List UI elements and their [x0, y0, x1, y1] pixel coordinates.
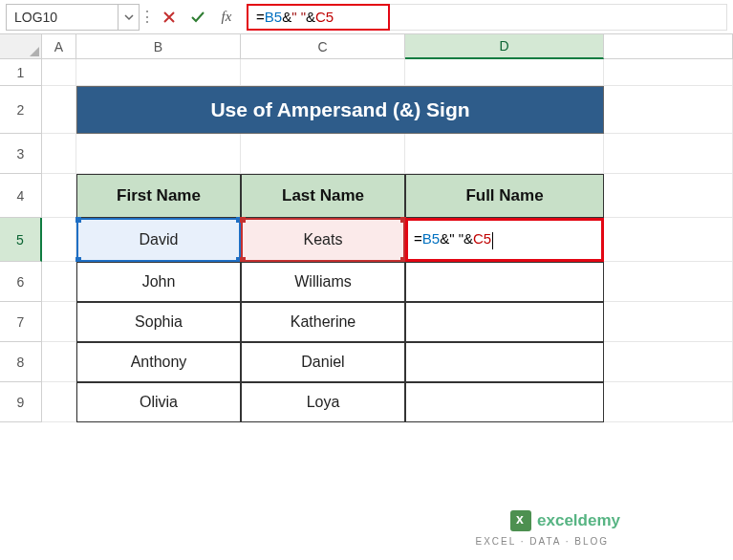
cell-c5-text: Keats: [304, 231, 343, 248]
check-icon: [190, 10, 205, 25]
selection-handle[interactable]: [240, 217, 246, 223]
insert-function-button[interactable]: fx: [212, 4, 241, 31]
cell-c6[interactable]: Williams: [241, 262, 405, 302]
cell-e9[interactable]: [604, 382, 733, 422]
cell-d7[interactable]: [405, 302, 604, 342]
cell-d5-formula: =B5&" "&C5: [414, 230, 493, 248]
cell-e2[interactable]: [604, 86, 733, 134]
header-last-name[interactable]: Last Name: [241, 174, 405, 218]
col-header-b[interactable]: B: [76, 34, 241, 59]
cell-d3[interactable]: [405, 134, 604, 174]
row-header-3[interactable]: 3: [0, 134, 42, 174]
formula-string: " ": [291, 9, 306, 25]
cell-c7[interactable]: Katherine: [241, 302, 405, 342]
cell-e8[interactable]: [604, 342, 733, 382]
chevron-down-icon: [124, 12, 134, 22]
enter-button[interactable]: [183, 4, 212, 31]
row-8: 8 Anthony Daniel: [0, 342, 733, 382]
cell-a1[interactable]: [42, 59, 76, 86]
row-header-4[interactable]: 4: [0, 174, 42, 218]
title-banner[interactable]: Use of Ampersand (&) Sign: [76, 86, 604, 134]
column-headers: A B C D: [0, 34, 733, 59]
cell-b5-text: David: [140, 231, 179, 248]
cell-c1[interactable]: [241, 59, 405, 86]
row-header-8[interactable]: 8: [0, 342, 42, 382]
cell-a2[interactable]: [42, 86, 76, 134]
row-header-1[interactable]: 1: [0, 59, 42, 86]
cell-d9[interactable]: [405, 382, 604, 422]
cell-d8[interactable]: [405, 342, 604, 382]
formula-ref-b5: B5: [265, 9, 282, 25]
header-full-name[interactable]: Full Name: [405, 174, 604, 218]
row-2: 2 Use of Ampersand (&) Sign: [0, 86, 733, 134]
row-header-2[interactable]: 2: [0, 86, 42, 134]
formula-bar-extra: [390, 4, 727, 31]
row-header-9[interactable]: 9: [0, 382, 42, 422]
cell-b9[interactable]: Olivia: [76, 382, 241, 422]
cell-c9[interactable]: Loya: [241, 382, 405, 422]
row-3: 3: [0, 134, 733, 174]
cell-e1[interactable]: [604, 59, 733, 86]
cancel-button[interactable]: [155, 4, 183, 31]
formula-amp: &: [306, 9, 315, 25]
cell-e7[interactable]: [604, 302, 733, 342]
cell-c3[interactable]: [241, 134, 405, 174]
watermark-text: exceldemy: [537, 511, 620, 530]
watermark-tagline: EXCEL · DATA · BLOG: [475, 536, 609, 547]
cell-b3[interactable]: [76, 134, 241, 174]
cell-d6[interactable]: [405, 262, 604, 302]
cell-a8[interactable]: [42, 342, 76, 382]
cell-a3[interactable]: [42, 134, 76, 174]
formula-bar: LOG10 ⋮ fx =B5&" "&C5: [0, 0, 733, 34]
col-header-blank[interactable]: [604, 34, 733, 59]
select-all-corner[interactable]: [0, 34, 42, 59]
row-header-6[interactable]: 6: [0, 262, 42, 302]
cell-a4[interactable]: [42, 174, 76, 218]
cell-b1[interactable]: [76, 59, 241, 86]
name-box-dropdown[interactable]: [119, 4, 140, 31]
formula-eq: =: [256, 9, 265, 25]
cell-d5-editing[interactable]: =B5&" "&C5: [405, 218, 604, 262]
col-header-d[interactable]: D: [405, 34, 604, 59]
fx-icon: fx: [222, 9, 232, 25]
formula-ref-c5: C5: [315, 9, 334, 25]
selection-handle[interactable]: [75, 217, 81, 223]
cell-e3[interactable]: [604, 134, 733, 174]
cell-a9[interactable]: [42, 382, 76, 422]
col-header-a[interactable]: A: [42, 34, 76, 59]
cell-a7[interactable]: [42, 302, 76, 342]
spreadsheet-grid: A B C D 1 2 Use of Ampersand (&) Sign 3: [0, 34, 733, 422]
cell-e4[interactable]: [604, 174, 733, 218]
cell-e6[interactable]: [604, 262, 733, 302]
row-7: 7 Sophia Katherine: [0, 302, 733, 342]
cell-c8[interactable]: Daniel: [241, 342, 405, 382]
divider: ⋮: [141, 6, 153, 29]
cell-e5[interactable]: [604, 218, 733, 262]
watermark-logo-icon: [510, 510, 531, 531]
row-6: 6 John Williams: [0, 262, 733, 302]
row-4: 4 First Name Last Name Full Name: [0, 174, 733, 218]
cell-c5[interactable]: Keats: [241, 218, 405, 262]
text-cursor: [492, 232, 493, 249]
cell-b8[interactable]: Anthony: [76, 342, 241, 382]
row-9: 9 Olivia Loya: [0, 382, 733, 422]
x-icon: [162, 10, 177, 25]
cell-b5[interactable]: David: [76, 218, 241, 262]
cell-a5[interactable]: [42, 218, 76, 262]
cell-b6[interactable]: John: [76, 262, 241, 302]
row-1: 1: [0, 59, 733, 86]
col-header-c[interactable]: C: [241, 34, 405, 59]
formula-input[interactable]: =B5&" "&C5: [247, 4, 390, 31]
cell-d1[interactable]: [405, 59, 604, 86]
header-first-name[interactable]: First Name: [76, 174, 241, 218]
watermark: exceldemy: [510, 510, 620, 531]
formula-amp: &: [282, 9, 291, 25]
row-header-5[interactable]: 5: [0, 218, 42, 262]
cell-a6[interactable]: [42, 262, 76, 302]
row-header-7[interactable]: 7: [0, 302, 42, 342]
cell-b7[interactable]: Sophia: [76, 302, 241, 342]
name-box[interactable]: LOG10: [6, 4, 119, 31]
row-5: 5 David Keats =B5&" "&C5: [0, 218, 733, 262]
